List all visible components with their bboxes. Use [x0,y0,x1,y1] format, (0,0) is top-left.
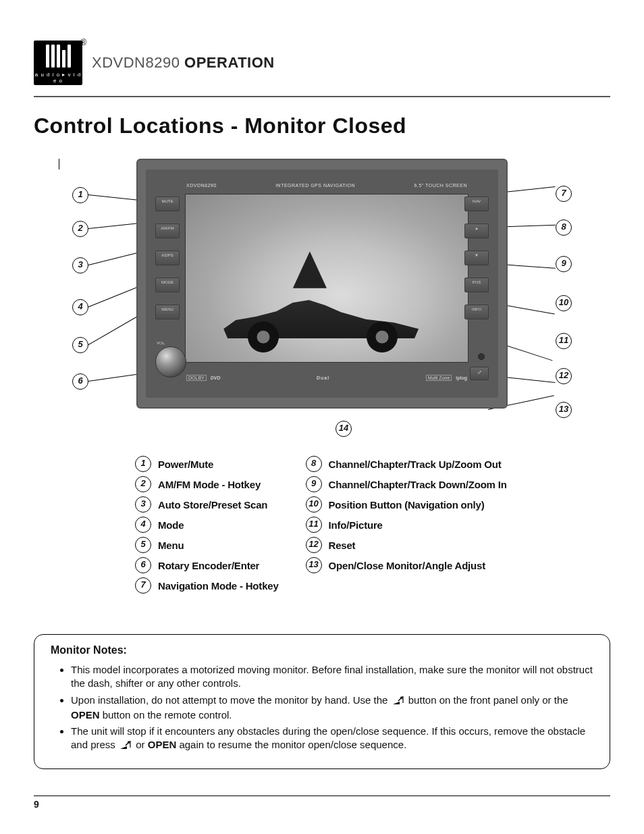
notes-list: This model incorporates a motorized movi… [51,663,593,754]
legend-row: 4Mode [135,517,279,533]
callout-1: 1 [72,187,88,203]
legend-label: Info/Picture [329,519,383,531]
legend-num: 6 [135,557,151,573]
mode-button: MODE [155,278,180,292]
device-left-buttons: MUTE AM/FM AS/PS MODE MENU [155,197,180,319]
legend-label: Channel/Chapter/Track Up/Zoom Out [329,459,502,470]
callout-14: 14 [336,421,352,437]
open-monitor-icon [119,739,132,753]
legend-num: 12 [306,537,322,553]
menu-button: MENU [155,305,180,319]
legend-label: Mode [158,519,184,531]
notes-item: Upon installation, do not attempt to mov… [71,694,593,723]
mute-button: MUTE [155,197,180,211]
device-model-label: XDVDN8290 [186,183,217,188]
trademark-icon: ® [80,38,86,47]
down-button: ▼ [464,251,489,265]
legend-label: Open/Close Monitor/Angle Adjust [329,560,485,571]
notes-title: Monitor Notes: [51,644,593,656]
callout-6: 6 [72,373,88,390]
legend-row: 2AM/FM Mode - Hotkey [135,476,279,492]
callout-2: 2 [72,221,88,237]
callout-line [59,159,59,170]
page-title: Control Locations - Monitor Closed [34,113,610,138]
legend-row: 8Channel/Chapter/Track Up/Zoom Out [306,456,507,472]
logo-bars-icon [34,41,82,70]
legend-left-col: 1Power/Mute2AM/FM Mode - Hotkey3Auto Sto… [135,456,279,594]
device-feature-label: INTEGRATED GPS NAVIGATION [275,183,355,188]
device-right-buttons: NAV ▲ ▼ POS INFO [464,197,489,319]
model-number: XDVDN8290 [92,54,180,71]
legend-right-col: 8Channel/Chapter/Track Up/Zoom Out9Chann… [306,456,507,594]
legend-label: AM/FM Mode - Hotkey [158,479,261,490]
legend-row: 11Info/Picture [306,517,507,533]
device-top-labels: XDVDN8290 INTEGRATED GPS NAVIGATION 6.5"… [186,183,467,188]
legend-num: 9 [306,476,322,492]
legend-label: Position Button (Navigation only) [329,499,485,511]
header: ® a u d i o ▸ v i d e o XDVDN8290 OPERAT… [34,41,610,85]
callout-10: 10 [556,295,572,311]
brand-label: Dual [317,375,329,380]
legend-row: 10Position Button (Navigation only) [306,496,507,513]
volume-knob-icon [155,346,186,377]
device-screen [185,194,468,363]
info-button: INFO [464,305,489,319]
callout-5: 5 [72,337,88,353]
legend-num: 10 [306,496,322,513]
legend-label: Channel/Chapter/Track Down/Zoom In [329,479,507,490]
legend-row: 3Auto Store/Preset Scan [135,496,279,513]
legend-num: 5 [135,537,151,553]
notes-item: This model incorporates a motorized movi… [71,663,593,691]
callout-12: 12 [556,368,572,384]
legend-label: Navigation Mode - Hotkey [158,580,279,592]
nav-button: NAV [464,197,489,211]
device-bottom-labels: DOLBY DVD Dual Multi Zone iplug [186,375,467,380]
device-screen-label: 6.5" TOUCH SCREEN [414,183,467,188]
page-number: 9 [34,796,610,810]
legend-num: 11 [306,517,322,533]
callout-4: 4 [72,299,88,315]
callout-11: 11 [556,333,572,349]
legend-row: 6Rotary Encoder/Enter [135,557,279,573]
callout-3: 3 [72,257,88,273]
bold-text: OPEN [148,739,177,750]
racecar-wing-icon [293,251,327,288]
wheel-icon [248,321,279,353]
logo-subtext: a u d i o ▸ v i d e o [34,72,82,84]
callout-9: 9 [556,256,572,272]
amfm-button: AM/FM [155,224,180,238]
legend-row: 12Reset [306,537,507,553]
up-button: ▲ [464,224,489,238]
device-body: XDVDN8290 INTEGRATED GPS NAVIGATION 6.5"… [136,159,508,409]
header-rule [34,96,610,97]
legend-label: Auto Store/Preset Scan [158,499,267,511]
legend-num: 1 [135,456,151,472]
volume-label: VOL [157,341,165,345]
monitor-notes-box: Monitor Notes: This model incorporates a… [34,634,610,769]
asps-button: AS/PS [155,251,180,265]
legend-num: 3 [135,496,151,513]
device-bezel: XDVDN8290 INTEGRATED GPS NAVIGATION 6.5"… [146,170,498,398]
bold-text: OPEN [71,709,100,721]
reset-pin-icon [478,353,485,360]
legend-label: Reset [329,540,356,551]
multizone-badge: Multi Zone [426,375,452,381]
legend-num: 4 [135,517,151,533]
callout-7: 7 [556,186,572,202]
legend-row: 7Navigation Mode - Hotkey [135,577,279,594]
legend-row: 1Power/Mute [135,456,279,472]
dolby-badge: DOLBY [186,375,207,381]
header-title: XDVDN8290 OPERATION [92,54,275,72]
legend-num: 13 [306,557,322,573]
brand-logo: ® a u d i o ▸ v i d e o [34,41,82,85]
pos-button: POS [464,278,489,292]
open-monitor-icon [392,695,404,708]
device-diagram: 1 2 3 4 5 6 7 8 9 10 11 12 13 14 XDVDN82… [59,159,585,442]
open-close-button: ⤢ [470,367,489,380]
legend-row: 5Menu [135,537,279,553]
legend-row: 13Open/Close Monitor/Angle Adjust [306,557,507,573]
callout-13: 13 [556,402,572,418]
legend-row: 9Channel/Chapter/Track Down/Zoom In [306,476,507,492]
legend-num: 7 [135,577,151,594]
notes-item: The unit will stop if it encounters any … [71,725,593,754]
